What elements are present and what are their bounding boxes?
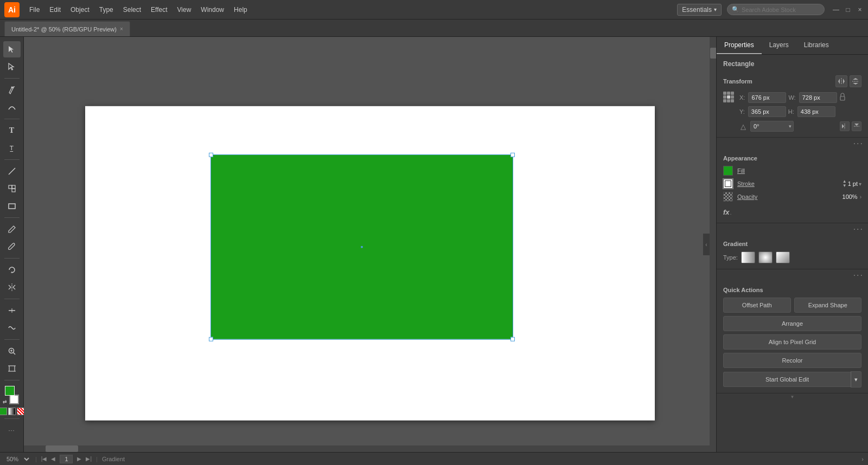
stroke-dropdown-arrow[interactable]: ▾ (859, 181, 861, 187)
artboard-tool[interactable] (3, 360, 21, 377)
tab-close-icon[interactable]: × (120, 26, 123, 32)
width-tool[interactable] (3, 302, 21, 319)
minimize-button[interactable]: — (832, 6, 840, 14)
start-global-edit-dropdown[interactable]: ▾ (851, 371, 861, 388)
selected-rectangle[interactable] (211, 155, 513, 339)
curvature-tool[interactable] (3, 99, 21, 115)
nav-last-button[interactable]: ▶| (86, 456, 92, 462)
fill-label[interactable]: Fill (737, 167, 861, 174)
freeform-gradient-button[interactable] (776, 251, 790, 263)
zoom-tool[interactable] (3, 343, 21, 359)
radial-gradient-button[interactable] (758, 251, 773, 263)
expand-shape-button[interactable]: Expand Shape (794, 298, 862, 313)
handle-bottom-left[interactable] (209, 337, 213, 341)
gradient-more-button[interactable]: ··· (853, 270, 864, 280)
flip-horiz-small[interactable] (840, 121, 850, 131)
workspace-selector[interactable]: Essentials ▾ (677, 4, 722, 16)
stroke-label[interactable]: Stroke (737, 180, 838, 187)
handle-bottom-right[interactable] (510, 337, 515, 341)
vertical-scrollbar[interactable] (710, 37, 716, 452)
flip-horizontal-button[interactable] (835, 75, 847, 87)
menu-effect[interactable]: Effect (146, 4, 171, 16)
fill-swatch[interactable] (5, 386, 15, 396)
search-input[interactable] (742, 7, 820, 13)
lock-proportions-icon[interactable] (839, 93, 846, 103)
opacity-arrow[interactable]: › (860, 194, 861, 200)
tab-properties[interactable]: Properties (717, 37, 762, 54)
fx-label[interactable]: fx (723, 208, 730, 216)
page-number-input[interactable] (60, 455, 73, 463)
horizontal-scrollbar[interactable] (24, 445, 710, 452)
angle-control[interactable]: 0° 90° 180° 270° ▾ (750, 121, 794, 132)
menu-window[interactable]: Window (196, 4, 228, 16)
pen-tool[interactable] (3, 82, 21, 98)
nav-next-button[interactable]: ▶ (77, 456, 81, 462)
panel-toggle-arrow[interactable]: ‹ (703, 234, 710, 255)
fill-color-swatch[interactable] (723, 166, 733, 176)
line-tool[interactable] (3, 163, 21, 179)
menu-file[interactable]: File (25, 4, 44, 16)
opacity-label[interactable]: Opacity (737, 193, 838, 200)
h-input[interactable] (797, 106, 835, 117)
appearance-more-button[interactable]: ··· (853, 224, 864, 234)
rotate-tool[interactable] (3, 262, 21, 278)
start-global-edit-button[interactable]: Start Global Edit (723, 372, 851, 387)
arrange-button[interactable]: Arrange (723, 316, 861, 331)
type-tool[interactable]: T (3, 122, 21, 139)
selection-tool[interactable] (3, 41, 21, 57)
shape-builder-tool[interactable] (3, 180, 21, 197)
rectangle-tool[interactable] (3, 198, 21, 214)
x-input[interactable] (748, 92, 786, 103)
touch-type-tool[interactable]: T̲ (3, 140, 21, 156)
menu-view[interactable]: View (173, 4, 196, 16)
document-tab[interactable]: Untitled-2* @ 50% (RGB/GPU Preview) × (4, 21, 130, 36)
search-box[interactable]: 🔍 (727, 4, 825, 15)
offset-path-button[interactable]: Offset Path (723, 298, 791, 313)
canvas-area[interactable]: ‹ (24, 37, 716, 452)
status-expand-arrow[interactable]: › (861, 456, 864, 462)
stroke-spinner[interactable]: ▲ ▼ (843, 179, 847, 188)
color-swatches[interactable]: ⇄ (3, 386, 21, 404)
flip-vertical-button[interactable] (850, 75, 861, 87)
maximize-button[interactable]: □ (844, 6, 852, 14)
transform-more-button[interactable]: ··· (853, 139, 864, 148)
handle-top-left[interactable] (209, 153, 213, 157)
menu-type[interactable]: Type (95, 4, 118, 16)
opacity-swatch[interactable] (723, 192, 733, 202)
menu-select[interactable]: Select (119, 4, 145, 16)
panel-scroll-down[interactable]: ▼ (790, 395, 795, 399)
tab-libraries[interactable]: Libraries (796, 37, 837, 54)
tab-layers[interactable]: Layers (762, 37, 796, 54)
zoom-select[interactable]: 50% 25% 100% 200% (4, 455, 31, 463)
color-mode-none[interactable] (17, 408, 24, 415)
angle-select[interactable]: 0° 90° 180° 270° (750, 121, 794, 132)
paintbrush-tool[interactable] (3, 238, 21, 255)
menu-object[interactable]: Object (66, 4, 94, 16)
align-pixel-grid-button[interactable]: Align to Pixel Grid (723, 334, 861, 350)
nav-first-button[interactable]: |◀ (41, 456, 47, 462)
recolor-button[interactable]: Recolor (723, 353, 861, 368)
linear-gradient-button[interactable] (741, 251, 755, 263)
handle-top-right[interactable] (510, 153, 515, 157)
reference-point-icon[interactable] (723, 92, 735, 104)
warp-tool[interactable] (3, 320, 21, 336)
flip-vert-small[interactable] (852, 121, 861, 131)
color-mode-color[interactable] (0, 408, 7, 415)
pencil-tool[interactable] (3, 221, 21, 237)
menu-help[interactable]: Help (229, 4, 252, 16)
stroke-color-swatch[interactable] (723, 179, 733, 189)
color-mode-gradient[interactable] (8, 408, 16, 415)
menu-edit[interactable]: Edit (45, 4, 65, 16)
y-input[interactable] (748, 106, 786, 117)
zoom-control[interactable]: 50% 25% 100% 200% (4, 455, 31, 463)
more-tools-button[interactable]: ··· (3, 422, 21, 438)
w-input[interactable] (799, 92, 837, 103)
nav-prev-button[interactable]: ◀ (51, 456, 55, 462)
stroke-swatch[interactable] (9, 395, 19, 404)
stroke-down[interactable]: ▼ (843, 184, 847, 188)
close-button[interactable]: × (856, 6, 864, 14)
direct-selection-tool[interactable] (3, 59, 21, 75)
svg-point-0 (11, 87, 12, 88)
reflect-tool[interactable] (3, 279, 21, 295)
swap-colors-icon[interactable]: ⇄ (3, 399, 7, 404)
